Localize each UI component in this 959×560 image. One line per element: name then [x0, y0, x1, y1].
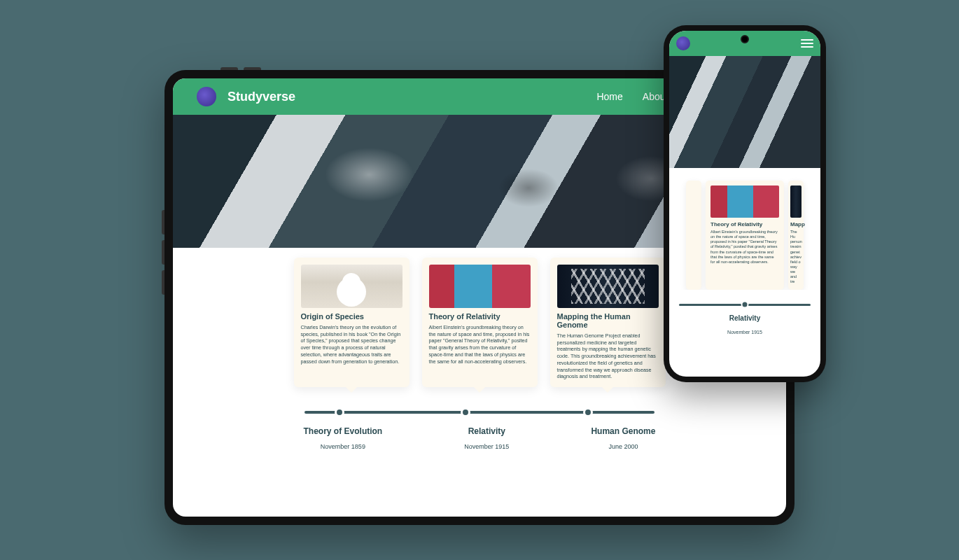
card-image-einstein — [429, 265, 531, 308]
phone-card-partial-left[interactable] — [686, 181, 701, 290]
timeline-label-date: November 1859 — [321, 443, 365, 450]
card-title-fragment: Mapp — [790, 221, 802, 227]
card-image-dna — [790, 186, 802, 218]
timeline-label-title: Theory of Evolution — [304, 426, 383, 436]
timeline-label-title: Relativity — [464, 426, 509, 436]
timeline-label-1: Theory of Evolution November 1859 — [304, 426, 383, 451]
phone-device-frame: Theory of Relativity Albert Einstein's g… — [664, 25, 826, 382]
nav-home[interactable]: Home — [596, 91, 622, 102]
phone-hero-image — [669, 56, 820, 168]
card-title: Mapping the Human Genome — [557, 312, 659, 329]
brand-name[interactable]: Studyverse — [227, 90, 295, 104]
timeline-card-relativity[interactable]: Theory of Relativity Albert Einstein's g… — [422, 258, 538, 387]
timeline-label-date: June 2000 — [608, 443, 638, 450]
timeline-dot-1[interactable] — [335, 407, 344, 417]
phone-timeline-dot[interactable] — [741, 301, 749, 309]
card-image-einstein — [710, 186, 779, 218]
card-title: Theory of Relativity — [429, 312, 531, 321]
phone-cards-row[interactable]: Theory of Relativity Albert Einstein's g… — [669, 168, 820, 290]
timeline-labels: Theory of Evolution November 1859 Relati… — [262, 426, 696, 451]
timeline-label-title: Human Genome — [591, 426, 655, 436]
timeline-dot-3[interactable] — [583, 407, 593, 417]
card-image-darwin — [301, 265, 402, 308]
card-body: The Human Genome Project enabled persona… — [557, 332, 659, 380]
phone-card-partial-right[interactable]: Mapp The Hu person treatm genet achiev f… — [788, 181, 804, 290]
timeline-label-date: November 1915 — [464, 443, 509, 450]
logo-icon[interactable] — [676, 36, 690, 50]
timeline-card-genome[interactable]: Mapping the Human Genome The Human Genom… — [550, 258, 666, 387]
timeline-label-3: Human Genome June 2000 — [591, 426, 655, 451]
timeline-dot-2[interactable] — [461, 407, 470, 417]
phone-card-relativity[interactable]: Theory of Relativity Albert Einstein's g… — [706, 181, 784, 290]
tablet-top-buttons — [220, 67, 276, 70]
logo-icon[interactable] — [197, 87, 216, 106]
card-title: Origin of Species — [301, 312, 402, 321]
card-body: Charles Darwin's theory on the evolution… — [301, 324, 402, 365]
timeline-track — [304, 411, 654, 414]
timeline-label-title: Relativity — [669, 314, 820, 322]
phone-timeline-label: Relativity November 1915 — [669, 314, 820, 337]
card-title: Theory of Relativity — [710, 221, 779, 227]
tablet-side-buttons — [162, 210, 164, 350]
phone-timeline-track — [679, 304, 811, 306]
card-body: Albert Einstein's groundbreaking theory … — [710, 230, 779, 265]
card-image-dna — [557, 265, 659, 308]
timeline-label-2: Relativity November 1915 — [464, 426, 509, 451]
timeline-card-evolution[interactable]: Origin of Species Charles Darwin's theor… — [294, 258, 410, 387]
phone-screen: Theory of Relativity Albert Einstein's g… — [669, 31, 820, 377]
card-body-fragment: The Hu person treatm genet achiev field … — [790, 230, 802, 285]
hamburger-icon[interactable] — [801, 39, 813, 48]
card-body: Albert Einstein's groundbreaking theory … — [429, 324, 531, 365]
phone-camera — [741, 35, 749, 43]
timeline-label-date: November 1915 — [727, 330, 762, 335]
